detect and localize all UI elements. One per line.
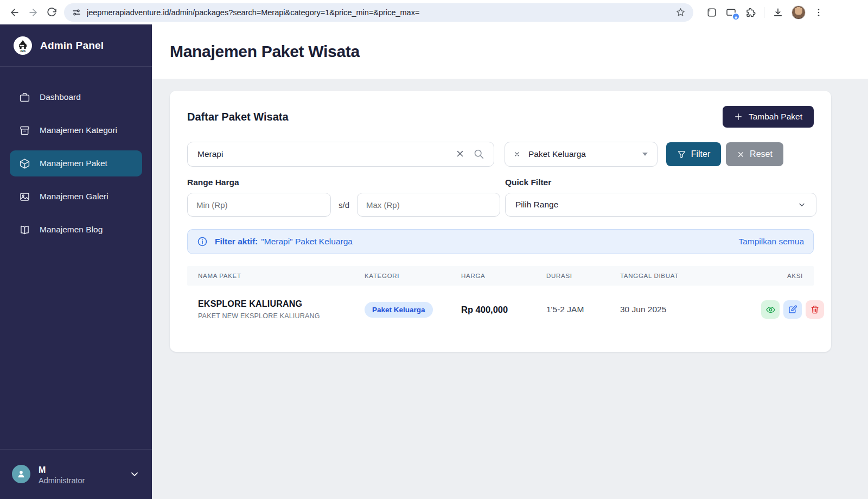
sidebar-item-dashboard[interactable]: Dashboard (10, 84, 142, 110)
search-field (187, 142, 494, 167)
max-price-input[interactable] (357, 193, 500, 217)
brand-logo: JMA (14, 36, 32, 55)
col-durasi: DURASI (546, 273, 620, 279)
sidebar-item-label: Dashboard (40, 92, 81, 102)
eye-icon (765, 305, 776, 315)
chevron-down-icon (129, 469, 140, 479)
col-tanggal-dibuat: TANGGAL DIBUAT (620, 273, 761, 279)
sidebar-header: JMA Admin Panel (0, 24, 152, 67)
package-subtitle: PAKET NEW EKSPLORE KALIURANG (198, 312, 365, 320)
user-menu-chevron[interactable] (129, 469, 140, 479)
show-all-link[interactable]: Tampilkan semua (738, 237, 804, 247)
add-package-button[interactable]: Tambah Paket (723, 106, 814, 128)
book-open-icon (19, 224, 30, 236)
active-filter-banner: Filter aktif: "Merapi" Paket Keluarga Ta… (187, 229, 814, 254)
view-button[interactable] (761, 300, 780, 319)
refresh-icon (47, 7, 57, 17)
col-kategori: KATEGORI (365, 273, 461, 279)
side-panel-icon[interactable] (706, 7, 717, 18)
range-separator: s/d (339, 200, 349, 210)
reset-button-label: Reset (750, 149, 773, 159)
bookmark-star-icon[interactable] (675, 7, 686, 17)
quick-filter-value: Pilih Range (515, 200, 558, 210)
page-title: Manajemen Paket Wisata (170, 42, 360, 61)
extensions-icon[interactable] (745, 7, 756, 18)
card-title: Daftar Paket Wisata (187, 111, 289, 123)
browser-profile-avatar[interactable] (792, 5, 806, 20)
sidebar-item-label: Manajemen Kategori (40, 125, 117, 135)
user-avatar (12, 465, 30, 483)
user-info: M Administrator (39, 464, 85, 485)
search-clear-icon[interactable] (455, 149, 465, 159)
kebab-menu-icon[interactable] (814, 8, 824, 17)
sidebar-title: Admin Panel (40, 40, 104, 52)
banner-bold-text: Filter aktif: (215, 237, 258, 247)
search-input[interactable] (187, 142, 494, 167)
filter-button[interactable]: Filter (666, 142, 721, 166)
min-price-input[interactable] (187, 193, 331, 217)
duration-cell: 1'5-2 JAM (546, 305, 620, 314)
sidebar-item-paket[interactable]: Manajemen Paket (10, 150, 142, 176)
browser-toolbar: jeepmerapiadventure.id/admin/packages?se… (0, 0, 868, 24)
category-caret-icon (642, 152, 648, 156)
plus-icon (734, 112, 743, 121)
funnel-icon (677, 150, 686, 159)
table-row: EKSPLORE KALIURANG PAKET NEW EKSPLORE KA… (187, 286, 814, 333)
site-settings-icon (72, 8, 81, 17)
search-icon[interactable] (473, 148, 484, 160)
image-icon (19, 191, 30, 203)
reset-button[interactable]: Reset (726, 142, 783, 166)
col-aksi: AKSI (761, 273, 803, 279)
trash-icon (810, 305, 820, 314)
page-header: Manajemen Paket Wisata (152, 24, 868, 79)
x-icon (737, 150, 745, 159)
sidebar-item-label: Manajemen Blog (40, 225, 103, 235)
sidebar-item-blog[interactable]: Manajemen Blog (10, 217, 142, 243)
edit-button[interactable] (783, 300, 802, 319)
sidebar-menu: Dashboard Manajemen Kategori Manajemen P… (0, 67, 152, 449)
address-bar[interactable]: jeepmerapiadventure.id/admin/packages?se… (64, 3, 693, 22)
package-list-card: Daftar Paket Wisata Tambah Paket Paket K… (170, 91, 831, 352)
sidebar: JMA Admin Panel Dashboard Manajemen Kate… (0, 24, 152, 499)
toolbar-divider (764, 7, 764, 18)
actions-cell (761, 300, 824, 319)
user-name: M (39, 464, 85, 476)
category-select[interactable]: Paket Keluarga (505, 142, 658, 167)
date-cell: 30 Jun 2025 (620, 305, 761, 314)
col-harga: HARGA (461, 273, 546, 279)
cube-icon (19, 158, 30, 169)
back-arrow-icon (9, 7, 20, 18)
col-nama-paket: NAMA PAKET (198, 273, 365, 279)
forward-arrow-icon (28, 7, 39, 18)
category-cell: Paket Keluarga (365, 302, 461, 318)
url-text[interactable]: jeepmerapiadventure.id/admin/packages?se… (87, 8, 671, 17)
banner-text: "Merapi" Paket Keluarga (261, 237, 353, 247)
table-header: NAMA PAKET KATEGORI HARGA DURASI TANGGAL… (187, 266, 814, 286)
quick-filter-select[interactable]: Pilih Range (505, 193, 816, 217)
delete-button[interactable] (806, 300, 824, 319)
package-name-cell: EKSPLORE KALIURANG PAKET NEW EKSPLORE KA… (198, 299, 365, 320)
refresh-button[interactable] (42, 3, 61, 22)
back-button[interactable] (5, 3, 24, 22)
sidebar-item-kategori[interactable]: Manajemen Kategori (10, 117, 142, 143)
briefcase-icon (19, 92, 30, 103)
category-clear-icon[interactable] (514, 151, 520, 157)
category-select-value: Paket Keluarga (528, 149, 586, 159)
forward-button[interactable] (24, 3, 42, 22)
person-icon (16, 469, 27, 479)
user-role: Administrator (39, 476, 85, 485)
quick-filter-chevron-icon (797, 200, 806, 209)
edit-icon (788, 305, 797, 314)
svg-text:JMA: JMA (20, 49, 26, 52)
category-badge: Paket Keluarga (365, 302, 433, 318)
package-name: EKSPLORE KALIURANG (198, 299, 365, 309)
info-icon (197, 236, 208, 247)
sidebar-user-section[interactable]: M Administrator (0, 449, 152, 499)
sidebar-item-galeri[interactable]: Manajemen Galeri (10, 184, 142, 210)
sidebar-item-label: Manajemen Galeri (40, 192, 108, 201)
cast-star-badge: ★ (732, 12, 740, 21)
toolbar-actions: ★ (706, 5, 824, 20)
cast-button[interactable]: ★ (725, 7, 737, 18)
archive-box-icon (19, 125, 30, 136)
download-icon[interactable] (773, 7, 783, 18)
